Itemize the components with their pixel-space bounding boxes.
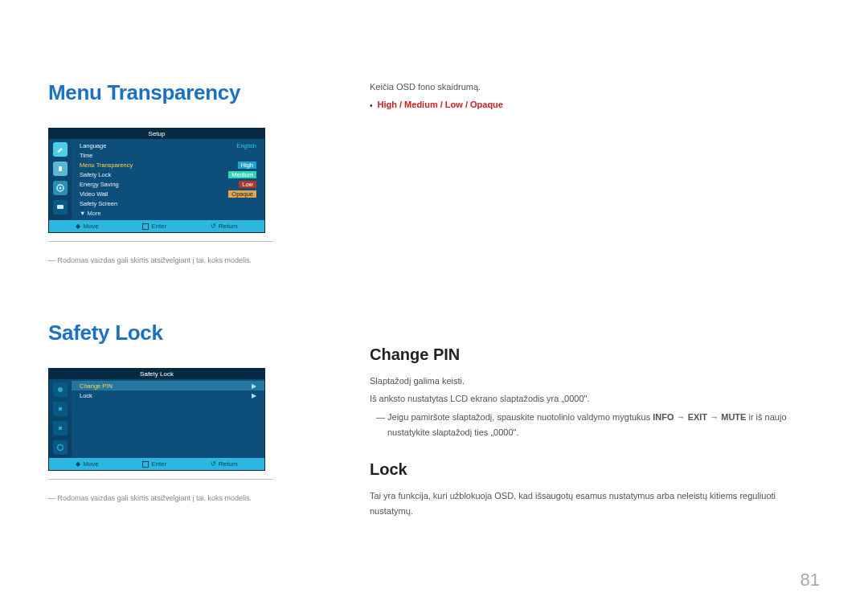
change-pin-line2: Iš anksto nustatytas LCD ekrano slaptažo… [370, 391, 820, 407]
svg-point-2 [59, 187, 62, 190]
body-text: Keičia OSD fono skaidrumą. [370, 80, 820, 95]
return-icon: ↺ [211, 460, 216, 468]
osd-more: ▼ More [72, 208, 264, 219]
options-red-text: High / Medium / Low / Opaque [378, 100, 503, 109]
osd-row: LanguageEnglish [72, 141, 264, 150]
lock-heading: Lock [370, 460, 820, 479]
change-pin-heading: Change PIN [370, 345, 820, 364]
page-number: 81 [800, 570, 820, 591]
osd-sidebar-icon [53, 161, 68, 176]
safety-lock-heading: Safety Lock [48, 321, 338, 345]
svg-rect-3 [57, 205, 63, 209]
osd-sidebar-icon [53, 440, 68, 455]
osd-row: Lock▶ [72, 390, 264, 400]
osd-row: Energy SavingLow [72, 179, 264, 189]
menu-transparency-heading: Menu Transparency [48, 80, 338, 105]
osd-sidebar [49, 139, 72, 220]
osd-row: Time [72, 150, 264, 160]
change-pin-line1: Slaptažodį galima keisti. [370, 374, 820, 389]
osd-list: Change PIN▶ Lock▶ [72, 379, 264, 458]
osd-sidebar-icon [53, 181, 68, 195]
disclaimer-text: ― Rodomas vaizdas gali skirtis atsižvelg… [48, 494, 338, 502]
enter-icon [142, 461, 149, 468]
osd-sidebar-icon [53, 421, 68, 435]
move-icon: ◆ [76, 460, 80, 468]
osd-sidebar-icon [53, 142, 68, 157]
divider [48, 241, 273, 242]
osd-row-selected: Menu TransparencyHigh [72, 160, 264, 170]
osd-row-selected: Change PIN▶ [72, 381, 264, 390]
enter-icon [142, 223, 149, 230]
divider [48, 479, 273, 480]
osd-row: Safety LockMedium [72, 170, 264, 179]
lock-line1: Tai yra funkcija, kuri užblokuoja OSD, k… [370, 488, 820, 518]
osd-sidebar-icon [53, 200, 68, 215]
svg-rect-6 [59, 427, 62, 430]
osd-setup-screenshot: Setup LanguageEnglish Time Menu Transpar… [48, 128, 265, 233]
osd-list: LanguageEnglish Time Menu TransparencyHi… [72, 139, 264, 220]
change-pin-line3: ― Jeigu pamiršote slaptažodį, spauskite … [370, 410, 820, 439]
osd-row: Video WallOpaque [72, 189, 264, 198]
osd-title: Setup [49, 129, 264, 139]
menu-transparency-description: Keičia OSD fono skaidrumą. • High / Medi… [370, 80, 820, 112]
osd-sidebar [49, 379, 72, 458]
osd-title: Safety Lock [49, 369, 264, 379]
osd-sidebar-icon [53, 402, 68, 416]
osd-footer: ◆Move Enter ↺Return [49, 458, 264, 470]
svg-point-4 [58, 387, 63, 392]
osd-sidebar-icon [53, 382, 68, 397]
return-icon: ↺ [211, 223, 216, 230]
osd-row: Safety Screen [72, 198, 264, 208]
disclaimer-text: ― Rodomas vaizdas gali skirtis atsižvelg… [48, 256, 338, 264]
osd-safetylock-screenshot: Safety Lock Change PIN▶ Lock▶ ◆Move [48, 368, 265, 471]
move-icon: ◆ [76, 223, 80, 230]
bullet-icon: • [370, 100, 373, 112]
menu-transparency-block: Menu Transparency Setup LanguageEnglish … [48, 80, 338, 264]
safety-lock-block: Safety Lock Safety Lock Change PIN▶ Lock… [48, 321, 338, 502]
svg-point-7 [58, 445, 63, 451]
svg-rect-5 [59, 407, 62, 411]
svg-rect-0 [59, 166, 62, 171]
osd-footer: ◆Move Enter ↺Return [49, 220, 264, 232]
